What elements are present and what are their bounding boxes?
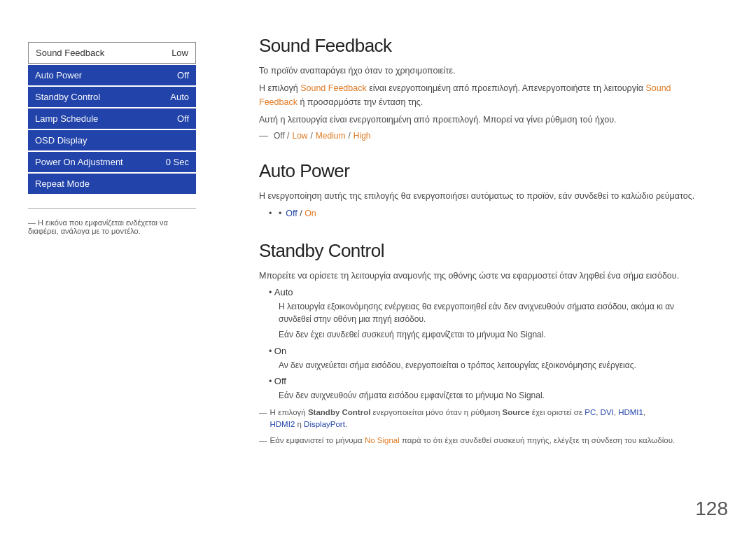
section-title-auto-power: Auto Power xyxy=(259,160,721,182)
menu-label-sound-feedback: Sound Feedback xyxy=(36,48,104,58)
sf-opt-sep1: / xyxy=(310,131,312,141)
section-sound-feedback: Sound Feedback Το προϊόν αναπαράγει ήχο … xyxy=(259,35,721,141)
menu-value-lamp-schedule: Off xyxy=(177,113,189,124)
menu-value-standby-control: Auto xyxy=(170,92,189,102)
menu-item-auto-power[interactable]: Auto Power Off xyxy=(28,65,196,85)
sc-off-desc: Εάν δεν ανιχνευθούν σήματα εισόδου εμφαν… xyxy=(279,389,721,402)
ap-option-line: •Off / On xyxy=(269,207,721,220)
sf-opt-high: High xyxy=(354,131,371,141)
menu-item-osd-display[interactable]: OSD Display xyxy=(28,130,196,150)
menu-item-standby-control[interactable]: Standby Control Auto xyxy=(28,87,196,107)
sf-options: Off / Low / Medium / High xyxy=(259,130,721,141)
sf-para2-orange3: Feedback xyxy=(259,97,298,107)
sf-opt-medium: Medium xyxy=(316,131,346,141)
sf-opt-off: Off / xyxy=(274,131,289,141)
menu-label-osd-display: OSD Display xyxy=(35,135,87,146)
menu-label-standby-control: Standby Control xyxy=(35,92,100,102)
sc-on-desc: Αν δεν ανιχνεύεται σήμα εισόδου, ενεργοπ… xyxy=(279,359,721,372)
sc-auto-label: Auto xyxy=(274,287,293,297)
menu-value-power-on-adjustment: 0 Sec xyxy=(166,157,189,167)
sc-note1: Η επιλογή Standby Control ενεργοποιείται… xyxy=(259,407,721,431)
sc-bullet-off: • Off xyxy=(269,376,721,386)
ap-sep: / xyxy=(298,209,304,218)
sidebar-divider xyxy=(28,208,196,209)
sf-para3: Αυτή η λειτουργία είναι ενεργοποιημένη α… xyxy=(259,113,721,127)
sf-para1: Το προϊόν αναπαράγει ήχο όταν το χρησιμο… xyxy=(259,64,721,78)
sc-bullets: • Auto Η λειτουργία εξοικονόμησης ενέργε… xyxy=(269,287,721,402)
sf-para2-orange1: Sound Feedback xyxy=(300,83,367,93)
ap-off: Off xyxy=(286,209,297,218)
sc-off-label: Off xyxy=(274,376,286,386)
sf-para2: Η επιλογή Sound Feedback είναι ενεργοποι… xyxy=(259,81,721,109)
sc-note2: Εάν εμφανιστεί το μήνυμα No Signal παρά … xyxy=(259,435,721,447)
sc-auto-desc3: Εάν δεν έχει συνδεθεί συσκευή πηγής εμφα… xyxy=(279,328,721,342)
section-title-sound-feedback: Sound Feedback xyxy=(259,35,721,57)
menu-label-power-on-adjustment: Power On Adjustment xyxy=(35,157,123,167)
main-content: Sound Feedback Το προϊόν αναπαράγει ήχο … xyxy=(224,0,756,534)
sf-para2-orange2: Sound xyxy=(645,83,671,93)
section-standby-control: Standby Control Μπορείτε να ορίσετε τη λ… xyxy=(259,240,721,447)
menu-value-sound-feedback: Low xyxy=(172,48,188,58)
sc-on-label: On xyxy=(274,346,286,356)
menu-label-repeat-mode: Repeat Mode xyxy=(35,178,90,189)
ap-on: On xyxy=(304,209,316,218)
page-number: 128 xyxy=(695,498,728,520)
sf-para2-mid: είναι ενεργοποιημένη από προεπιλογή. Απε… xyxy=(367,83,646,93)
sc-bullet-auto: • Auto xyxy=(269,287,721,297)
ap-options: •Off / On xyxy=(269,207,721,220)
ap-para1: Η ενεργοποίηση αυτής της επιλογής θα ενε… xyxy=(259,189,721,203)
menu-value-auto-power: Off xyxy=(177,70,189,80)
menu-item-lamp-schedule[interactable]: Lamp Schedule Off xyxy=(28,108,196,129)
section-auto-power: Auto Power Η ενεργοποίηση αυτής της επιλ… xyxy=(259,160,721,220)
sf-para2-plain: Η επιλογή xyxy=(259,83,300,93)
sc-para1: Μπορείτε να ορίσετε τη λειτουργία αναμον… xyxy=(259,269,721,283)
menu-label-lamp-schedule: Lamp Schedule xyxy=(35,113,98,124)
menu-item-repeat-mode[interactable]: Repeat Mode xyxy=(28,174,196,194)
menu-label-auto-power: Auto Power xyxy=(35,70,82,80)
sf-para2-end: ή προσαρμόστε την ένταση της. xyxy=(298,97,423,107)
menu-item-sound-feedback[interactable]: Sound Feedback Low xyxy=(28,42,196,64)
page-container: Sound Feedback Low Auto Power Off Standb… xyxy=(0,0,756,534)
sidebar-note: ― Η εικόνα που εμφανίζεται ενδέχεται να … xyxy=(28,218,196,235)
menu-item-power-on-adjustment[interactable]: Power On Adjustment 0 Sec xyxy=(28,152,196,172)
sf-opt-sep2: / xyxy=(349,131,351,141)
sc-auto-desc1: Η λειτουργία εξοικονόμησης ενέργειας θα … xyxy=(279,300,721,326)
sidebar: Sound Feedback Low Auto Power Off Standb… xyxy=(0,0,224,534)
section-title-standby-control: Standby Control xyxy=(259,240,721,262)
sf-opt-low: Low xyxy=(292,131,307,141)
sc-bullet-on: • On xyxy=(269,346,721,356)
